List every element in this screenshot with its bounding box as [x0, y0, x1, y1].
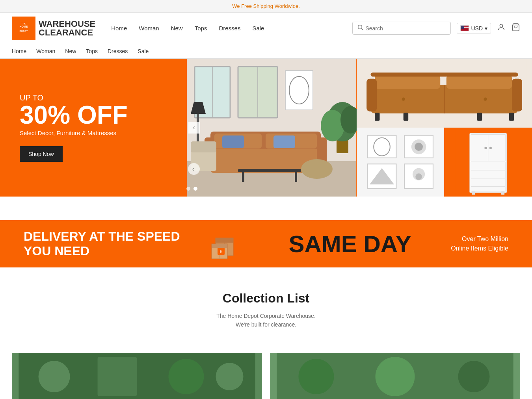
delivery-banner: DELIVERY AT THE SPEED YOU NEED H SAME DA… [0, 220, 532, 267]
svg-text:DEPOT: DEPOT [20, 30, 28, 32]
svg-point-53 [484, 98, 487, 101]
delivery-right-line1: Over Two Million [451, 234, 508, 244]
nav-home[interactable]: Home [111, 25, 127, 32]
sec-nav-woman[interactable]: Woman [36, 48, 55, 54]
carousel-dots [186, 187, 197, 191]
currency-selector[interactable]: USD ▾ [457, 23, 491, 34]
svg-rect-48 [403, 113, 408, 121]
svg-rect-75 [501, 191, 504, 195]
hero-left: UP TO 30% OFF Select Decor, Furniture & … [0, 59, 186, 197]
sec-nav-dresses[interactable]: Dresses [108, 48, 128, 54]
svg-rect-34 [295, 172, 297, 182]
nav-woman[interactable]: Woman [139, 25, 159, 32]
sec-nav-new[interactable]: New [65, 48, 76, 54]
svg-line-5 [362, 29, 363, 30]
svg-rect-32 [238, 169, 301, 172]
svg-text:‹: ‹ [192, 166, 194, 172]
svg-text:HOME: HOME [20, 25, 28, 28]
svg-point-6 [500, 24, 502, 27]
svg-rect-33 [242, 172, 244, 182]
svg-point-68 [484, 147, 487, 149]
svg-point-4 [358, 25, 362, 29]
svg-point-93 [376, 357, 415, 396]
nav-new[interactable]: New [171, 25, 183, 32]
svg-point-94 [458, 361, 490, 392]
search-icon-button[interactable] [357, 24, 364, 32]
delivery-center-text: SAME DAY [265, 230, 435, 258]
collection-desc-line2: We're built for clearance. [12, 320, 520, 329]
collection-title: Collection List [12, 291, 520, 306]
spacer [0, 197, 532, 208]
svg-rect-43 [446, 75, 512, 89]
svg-rect-46 [512, 79, 522, 111]
svg-rect-55 [368, 135, 396, 158]
hero-right-grid [357, 59, 532, 197]
logo-line1: WAREHOUSE [39, 20, 95, 28]
nav-dresses[interactable]: Dresses [219, 25, 240, 32]
delivery-right-text: Over Two Million Online Items Eligible [451, 234, 508, 253]
svg-rect-49 [477, 113, 482, 121]
collection-item-left[interactable] [12, 353, 262, 399]
search-icon [357, 24, 364, 31]
carousel-dot-1[interactable] [186, 187, 190, 191]
svg-rect-31 [273, 135, 295, 148]
secondary-nav: Home Woman New Tops Dresses Sale [0, 44, 532, 59]
collection-grid [0, 341, 532, 399]
shipping-text: We Free Shipping Worldwide. [232, 3, 300, 9]
svg-point-92 [299, 359, 334, 394]
top-banner: We Free Shipping Worldwide. [0, 0, 532, 13]
carousel-dot-2[interactable] [193, 187, 197, 191]
delivery-left-text: DELIVERY AT THE SPEED YOU NEED [24, 229, 194, 258]
nav-sale[interactable]: Sale [252, 25, 264, 32]
search-bar[interactable] [352, 22, 451, 35]
svg-rect-30 [222, 135, 244, 148]
hero-discount: 30% OFF [20, 102, 167, 128]
svg-rect-70 [471, 162, 505, 192]
leather-sofa-image [357, 59, 532, 128]
hero-prev-button[interactable]: ‹ [188, 122, 200, 134]
collection-item-right[interactable] [270, 353, 520, 399]
delivery-boxes-illustration: H [210, 224, 249, 264]
svg-rect-45 [366, 79, 377, 111]
delivery-right-line2: Online Items Eligible [451, 244, 508, 253]
svg-rect-74 [472, 191, 475, 195]
logo-text: WAREHOUSE CLEARANCE [39, 20, 95, 37]
cabinet-image [444, 128, 532, 197]
sec-nav-sale[interactable]: Sale [138, 48, 149, 54]
svg-rect-44 [370, 73, 518, 77]
svg-rect-42 [375, 75, 440, 89]
svg-rect-89 [216, 363, 244, 390]
hero-subtitle: Select Decor, Furniture & Mattresses [20, 130, 167, 136]
logo-area[interactable]: THE HOME DEPOT WAREHOUSE CLEARANCE [12, 17, 95, 40]
svg-rect-0 [13, 18, 34, 39]
svg-point-35 [301, 159, 333, 179]
collection-desc-line1: The Home Depot Corporate Warehouse. [12, 312, 520, 320]
svg-rect-88 [169, 359, 204, 394]
user-icon[interactable] [497, 23, 506, 33]
logo-line2: CLEARANCE [39, 28, 95, 37]
shop-now-button[interactable]: Shop Now [20, 146, 63, 162]
sec-nav-home[interactable]: Home [12, 48, 26, 54]
cart-icon[interactable] [512, 23, 520, 33]
svg-rect-87 [98, 357, 137, 396]
header: THE HOME DEPOT WAREHOUSE CLEARANCE Home … [0, 13, 532, 44]
svg-point-59 [415, 143, 423, 151]
hero-center-image: ‹ ‹ [186, 59, 357, 197]
search-input[interactable] [365, 25, 446, 32]
svg-point-52 [402, 98, 405, 101]
us-flag-icon [460, 25, 469, 31]
chevron-down-icon: ▾ [485, 25, 487, 32]
logo-icon: THE HOME DEPOT [12, 17, 35, 40]
hero-banner: UP TO 30% OFF Select Decor, Furniture & … [0, 59, 532, 197]
svg-rect-50 [509, 113, 513, 121]
collection-section: Collection List The Home Depot Corporate… [0, 267, 532, 341]
svg-text:H: H [219, 249, 222, 254]
wall-frames-image [357, 128, 445, 197]
svg-rect-86 [39, 361, 70, 392]
svg-rect-37 [191, 141, 216, 152]
sec-nav-tops[interactable]: Tops [86, 48, 98, 54]
header-right: USD ▾ [352, 22, 520, 35]
svg-rect-47 [375, 113, 379, 121]
nav-tops[interactable]: Tops [195, 25, 207, 32]
svg-point-20 [321, 110, 344, 141]
